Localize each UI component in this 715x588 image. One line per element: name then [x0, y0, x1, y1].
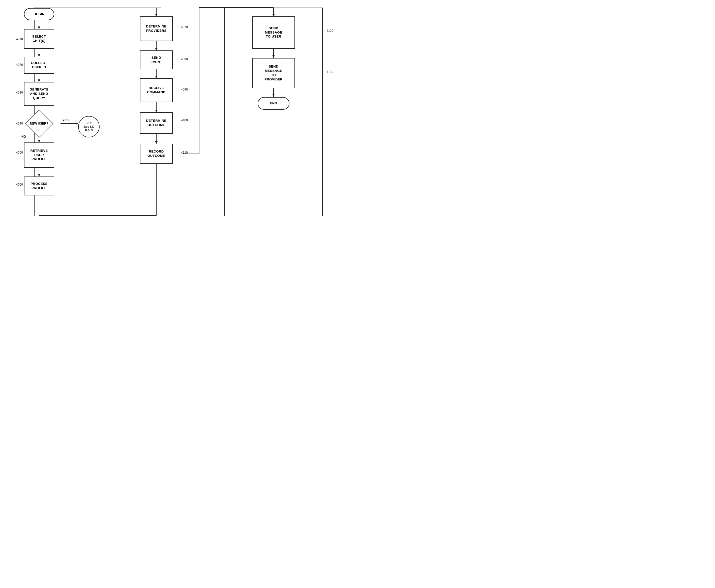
send-event-label: SEND EVENT: [150, 56, 162, 64]
label-4110: 4110: [181, 151, 188, 154]
determine-providers-label: DETERMINE PROVIDERS: [146, 24, 166, 33]
flowchart-diagram: BEGIN 4010 SELECT CHIT(S) 4020 COLLECT U…: [0, 0, 358, 294]
label-4060: 4060: [16, 183, 23, 186]
end-node: END: [258, 97, 290, 110]
send-message-provider-label: SEND MESSAGE TO PROVIDER: [265, 65, 282, 82]
label-4040: 4040: [16, 122, 23, 125]
generate-query-label: GENERATE AND SEND QUERY: [29, 87, 48, 100]
new-user-diamond: NEW USER?: [24, 115, 54, 132]
send-message-provider-node: SEND MESSAGE TO PROVIDER: [252, 58, 295, 88]
record-outcome-node: RECORD OUTCOME: [140, 144, 173, 164]
label-4080: 4080: [181, 58, 188, 61]
determine-outcome-label: DETERMINE OUTCOME: [146, 119, 166, 127]
begin-node: BEGIN: [24, 8, 54, 20]
process-profile-node: PROCESS PROFILE: [24, 176, 54, 195]
send-message-user-label: SEND MESSAGE TO USER: [265, 26, 282, 39]
determine-outcome-node: DETERMINE OUTCOME: [140, 112, 173, 134]
label-4010: 4010: [16, 37, 23, 41]
new-user-label: NEW USER?: [30, 122, 48, 125]
generate-query-node: GENERATE AND SEND QUERY: [24, 82, 54, 106]
label-4030: 4030: [16, 91, 23, 94]
send-event-node: SEND EVENT: [140, 50, 173, 69]
collect-userid-node: COLLECT USER ID: [24, 57, 54, 74]
label-4070: 4070: [181, 25, 188, 29]
label-4020: 4020: [16, 63, 23, 67]
determine-providers-node: DETERMINE PROVIDERS: [140, 16, 173, 41]
collect-userid-label: COLLECT USER ID: [31, 61, 47, 69]
yes-label: YES: [63, 119, 68, 122]
no-label: NO: [21, 135, 26, 139]
receive-command-label: RECEIVE COMMAND: [147, 86, 166, 94]
receive-command-node: RECEIVE COMMAND: [140, 78, 173, 102]
label-4100: 4100: [181, 119, 188, 122]
go-to-step-node: Go to Step 520 FIG. 5: [78, 116, 100, 138]
select-chits-label: SELECT CHIT(S): [32, 35, 46, 43]
retrieve-profile-label: RETRIEVE USER PROFILE: [30, 149, 48, 162]
label-4090: 4090: [181, 88, 188, 91]
go-to-step-label: Go to Step 520 FIG. 5: [83, 121, 94, 132]
send-message-user-node: SEND MESSAGE TO USER: [252, 16, 295, 49]
end-label: END: [270, 101, 277, 106]
select-chits-node: SELECT CHIT(S): [24, 29, 54, 49]
retrieve-profile-node: RETRIEVE USER PROFILE: [24, 143, 54, 168]
label-4130: 4130: [327, 70, 333, 74]
label-4050: 4050: [16, 151, 23, 154]
begin-label: BEGIN: [34, 12, 45, 16]
label-4120: 4120: [327, 29, 333, 33]
process-profile-label: PROCESS PROFILE: [30, 182, 47, 190]
record-outcome-label: RECORD OUTCOME: [147, 149, 165, 158]
